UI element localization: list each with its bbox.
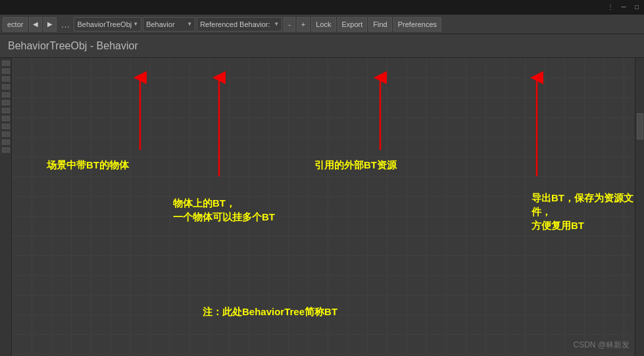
sidebar-tick-8 bbox=[2, 116, 10, 121]
sidebar-tick-11 bbox=[2, 140, 10, 145]
annotation-2: 物体上的BT，一个物体可以挂多个BT bbox=[173, 196, 275, 224]
sidebar-tick-9 bbox=[2, 124, 10, 129]
lock-label: Lock bbox=[316, 20, 331, 28]
sidebar-tick-5 bbox=[2, 92, 10, 97]
right-sidebar bbox=[635, 58, 644, 356]
minimize-icon[interactable]: ─ bbox=[619, 3, 628, 12]
next-button[interactable]: ▶ bbox=[43, 17, 57, 32]
annotation-4: 导出BT，保存为资源文件，方便复用BT bbox=[532, 191, 635, 232]
prev-icon: ◀ bbox=[33, 20, 38, 28]
preferences-label: Preferences bbox=[398, 20, 437, 28]
main-content: 场景中带BT的物体 物体上的BT，一个物体可以挂多个BT 引用的外部BT资源 导… bbox=[0, 58, 644, 356]
arrow-1 bbox=[134, 71, 147, 153]
minus-label: - bbox=[288, 20, 291, 28]
window-title-area: BehaviorTreeObj - Behavior bbox=[0, 34, 644, 58]
sidebar-tick-10 bbox=[2, 132, 10, 137]
sidebar-tick-1 bbox=[2, 61, 10, 66]
export-button[interactable]: Export bbox=[337, 17, 368, 32]
arrow-2 bbox=[212, 71, 226, 179]
sidebar-tick-7 bbox=[2, 108, 10, 113]
behavior-label: Behavior bbox=[146, 20, 174, 28]
selector-button[interactable]: ector bbox=[3, 17, 28, 32]
window-title: BehaviorTreeObj - Behavior bbox=[8, 40, 138, 52]
watermark: CSDN @林新发 bbox=[573, 340, 630, 351]
sidebar-tick-6 bbox=[2, 100, 10, 105]
preferences-button[interactable]: Preferences bbox=[393, 17, 441, 32]
sidebar-tick-4 bbox=[2, 84, 10, 89]
annotation-2-text: 物体上的BT，一个物体可以挂多个BT bbox=[173, 197, 275, 222]
dots-icon[interactable]: ⋮ bbox=[606, 3, 615, 12]
behavior-tree-obj-dropdown[interactable]: BehaviorTreeObj ▼ bbox=[74, 17, 141, 32]
behavior-dropdown[interactable]: Behavior ▼ bbox=[143, 17, 195, 32]
prev-button[interactable]: ◀ bbox=[29, 17, 42, 32]
sidebar-tick-2 bbox=[2, 68, 10, 74]
sidebar-tick-3 bbox=[2, 76, 10, 82]
toolbar-dots[interactable]: … bbox=[58, 19, 72, 30]
left-sidebar bbox=[0, 58, 12, 356]
behavior-tree-obj-label: BehaviorTreeObj bbox=[77, 20, 132, 28]
annotation-1: 场景中带BT的物体 bbox=[47, 158, 129, 172]
maximize-icon[interactable]: □ bbox=[632, 3, 641, 12]
arrow-3 bbox=[374, 71, 387, 153]
title-bar: ⋮ ─ □ bbox=[0, 0, 644, 14]
referenced-behavior-dropdown[interactable]: Referenced Behavior: ▼ bbox=[197, 17, 282, 32]
annotation-3: 引用的外部BT资源 bbox=[314, 158, 397, 172]
toolbar: ector ◀ ▶ … BehaviorTreeObj ▼ Behavior ▼… bbox=[0, 14, 644, 34]
chevron-down-icon: ▼ bbox=[133, 21, 138, 27]
plus-label: + bbox=[301, 20, 305, 28]
sidebar-tick-12 bbox=[2, 147, 10, 153]
chevron-down-icon-2: ▼ bbox=[187, 21, 192, 27]
minus-button[interactable]: - bbox=[284, 17, 295, 32]
referenced-behavior-label: Referenced Behavior: bbox=[200, 20, 270, 28]
lock-button[interactable]: Lock bbox=[311, 17, 335, 32]
find-button[interactable]: Find bbox=[368, 17, 391, 32]
find-label: Find bbox=[373, 20, 387, 28]
annotation-5: 注：此处BehaviorTree简称BT bbox=[203, 305, 337, 318]
chevron-down-icon-3: ▼ bbox=[274, 21, 279, 27]
canvas-area[interactable]: 场景中带BT的物体 物体上的BT，一个物体可以挂多个BT 引用的外部BT资源 导… bbox=[12, 58, 635, 356]
annotation-4-text: 导出BT，保存为资源文件，方便复用BT bbox=[532, 192, 633, 231]
export-label: Export bbox=[342, 20, 363, 28]
plus-button[interactable]: + bbox=[297, 17, 310, 32]
scrollbar-thumb[interactable] bbox=[637, 113, 643, 140]
title-bar-icons: ⋮ ─ □ bbox=[606, 3, 641, 12]
selector-label: ector bbox=[7, 20, 23, 28]
next-icon: ▶ bbox=[47, 20, 53, 28]
arrow-4 bbox=[530, 71, 543, 179]
